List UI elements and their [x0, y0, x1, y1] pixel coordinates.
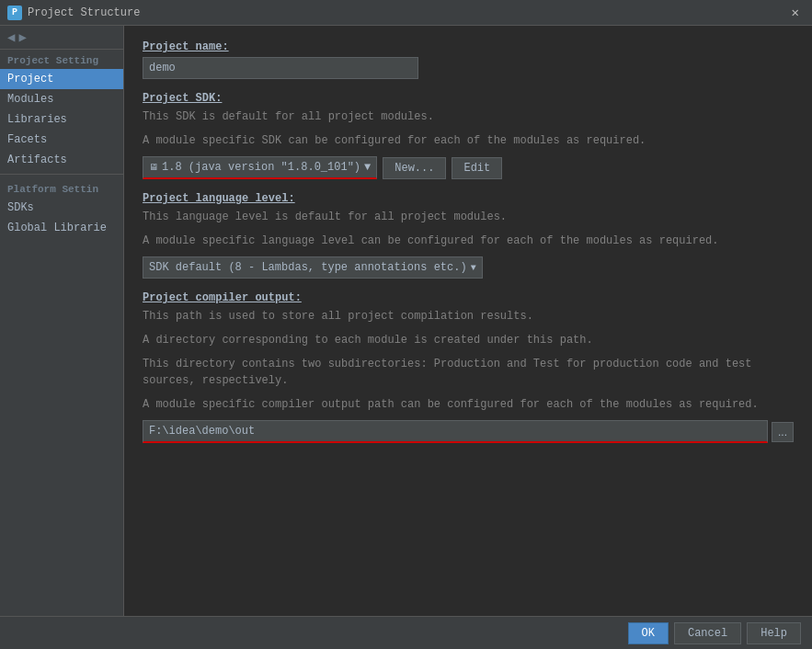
- language-desc1: This language level is default for all p…: [143, 209, 794, 225]
- back-button[interactable]: ◀: [7, 29, 15, 45]
- language-dropdown-arrow: ▼: [471, 263, 476, 273]
- sidebar: ◀ ▶ Project Setting Project Modules Libr…: [0, 26, 124, 649]
- sdk-value: 1.8 (java version "1.8.0_101"): [162, 161, 360, 174]
- app-icon: P: [7, 6, 22, 20]
- cancel-button[interactable]: Cancel: [674, 622, 741, 644]
- sdk-desc2: A module specific SDK can be configured …: [143, 132, 794, 149]
- project-name-input[interactable]: [143, 57, 418, 79]
- sdk-dropdown[interactable]: 🖥 1.8 (java version "1.8.0_101") ▼: [143, 156, 377, 179]
- project-name-label: Project name:: [143, 40, 794, 53]
- close-button[interactable]: ✕: [786, 3, 805, 22]
- compiler-desc4: A module specific compiler output path c…: [143, 396, 794, 413]
- platform-settings-header: Platform Settin: [0, 178, 123, 198]
- title-bar: P Project Structure ✕: [0, 0, 812, 26]
- sdk-icon: 🖥: [149, 162, 158, 173]
- bottom-bar: OK Cancel Help: [0, 616, 812, 649]
- sdk-row: 🖥 1.8 (java version "1.8.0_101") ▼ New..…: [143, 156, 794, 179]
- compiler-desc2: A directory corresponding to each module…: [143, 332, 794, 348]
- project-language-label: Project language level:: [143, 192, 794, 205]
- ok-button[interactable]: OK: [628, 622, 669, 644]
- sidebar-item-facets[interactable]: Facets: [0, 130, 123, 150]
- compiler-output-section: Project compiler output: This path is us…: [143, 291, 794, 443]
- new-sdk-button[interactable]: New...: [383, 157, 446, 179]
- compiler-desc1: This path is used to store all project c…: [143, 308, 794, 324]
- sidebar-item-modules[interactable]: Modules: [0, 89, 123, 109]
- language-desc2: A module specific language level can be …: [143, 233, 794, 249]
- project-settings-header: Project Setting: [0, 50, 123, 69]
- compiler-desc3: This directory contains two subdirectori…: [143, 356, 794, 389]
- edit-sdk-button[interactable]: Edit: [452, 157, 502, 179]
- content-area: Project name: Project SDK: This SDK is d…: [124, 26, 812, 649]
- sdk-dropdown-arrow: ▼: [364, 161, 371, 174]
- browse-button[interactable]: ...: [772, 422, 794, 442]
- language-value: SDK default (8 - Lambdas, type annotatio…: [149, 261, 467, 274]
- language-dropdown[interactable]: SDK default (8 - Lambdas, type annotatio…: [143, 256, 483, 279]
- project-sdk-label: Project SDK:: [143, 92, 794, 105]
- compiler-output-row: ...: [143, 420, 794, 443]
- main-layout: ◀ ▶ Project Setting Project Modules Libr…: [0, 26, 812, 649]
- sdk-desc1: This SDK is default for all project modu…: [143, 108, 794, 125]
- window-title: Project Structure: [28, 6, 140, 19]
- project-name-section: Project name:: [143, 40, 794, 79]
- nav-arrows: ◀ ▶: [0, 26, 123, 50]
- project-language-section: Project language level: This language le…: [143, 192, 794, 279]
- language-select-row: SDK default (8 - Lambdas, type annotatio…: [143, 256, 794, 279]
- sidebar-item-libraries[interactable]: Libraries: [0, 109, 123, 130]
- forward-button[interactable]: ▶: [18, 29, 26, 45]
- sidebar-item-artifacts[interactable]: Artifacts: [0, 150, 123, 170]
- project-sdk-section: Project SDK: This SDK is default for all…: [143, 92, 794, 179]
- sidebar-item-project[interactable]: Project: [0, 69, 123, 89]
- compiler-output-input[interactable]: [143, 420, 768, 443]
- sidebar-item-sdks[interactable]: SDKs: [0, 198, 123, 218]
- sidebar-divider: [0, 174, 123, 175]
- sidebar-item-global-libraries[interactable]: Global Librarie: [0, 218, 123, 238]
- compiler-output-label: Project compiler output:: [143, 291, 794, 304]
- help-button[interactable]: Help: [747, 622, 801, 644]
